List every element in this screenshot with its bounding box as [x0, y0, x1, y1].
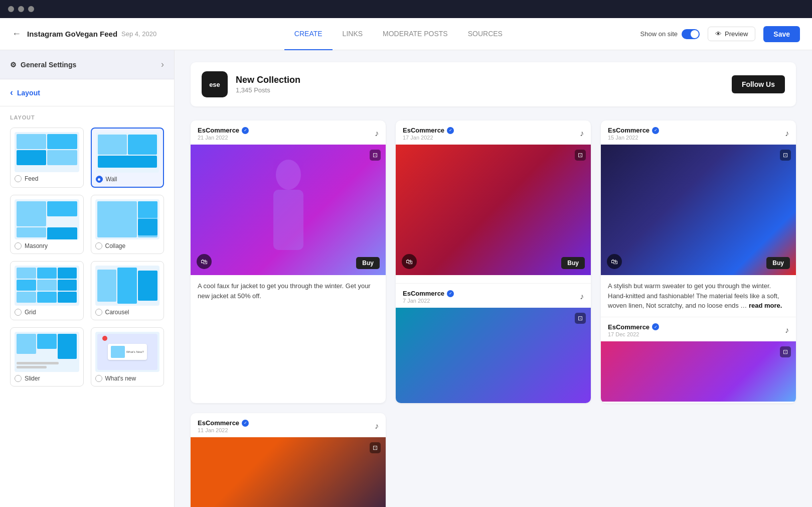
main-nav: CREATE LINKS MODERATE POSTS SOURCES [284, 18, 513, 50]
carousel-thumb [95, 266, 160, 306]
feed-date: Sep 4, 2020 [121, 30, 156, 38]
layout-option-wall[interactable]: Wall [91, 128, 165, 188]
nav-moderate[interactable]: MODERATE POSTS [373, 18, 458, 50]
post-verified-3: ✓ [652, 127, 659, 134]
window-control-maximize[interactable] [28, 6, 34, 12]
post-author-3: EsCommerce ✓ 15 Jan 2022 [608, 126, 659, 141]
buy-button-1[interactable]: Buy [356, 257, 380, 269]
post-author-name-3: EsCommerce [608, 126, 649, 134]
whatsnew-radio [95, 375, 102, 382]
carousel-radio [95, 309, 102, 316]
slider-radio [15, 375, 22, 382]
post-image-3b[interactable]: ⊡ [601, 341, 796, 402]
layout-option-carousel[interactable]: Carousel [91, 261, 165, 320]
post-author-2: EsCommerce ✓ 17 Jan 2022 [403, 126, 454, 141]
grid-label: Grid [25, 309, 36, 316]
slider-label: Slider [25, 375, 40, 382]
post-image-1[interactable]: ⊡ 🛍 Buy [191, 145, 386, 275]
post-desc-3: A stylish but warm sweater to get you th… [601, 275, 796, 317]
collage-label: Collage [105, 242, 126, 249]
post-platform-4: ♪ [375, 422, 379, 431]
follow-button[interactable]: Follow Us [732, 75, 785, 93]
post-date-1: 21 Jan 2022 [198, 135, 249, 141]
layout-option-slider[interactable]: Slider [10, 327, 84, 387]
profile-name: New Collection [236, 75, 724, 85]
post-image-2b[interactable]: ⊡ [396, 308, 591, 403]
window-control-minimize[interactable] [18, 6, 24, 12]
post-header-3: EsCommerce ✓ 15 Jan 2022 ♪ [601, 120, 796, 145]
camera-icon-3: ⊡ [780, 150, 791, 161]
post-image-3[interactable]: ⊡ Buy 🛍 [601, 145, 796, 275]
toggle-knob [691, 30, 699, 38]
layout-option-collage[interactable]: Collage [91, 195, 165, 254]
wall-label: Wall [106, 176, 117, 183]
camera-icon-2: ⊡ [575, 150, 586, 161]
save-button[interactable]: Save [763, 26, 800, 42]
slider-thumb [15, 332, 79, 372]
read-more-3[interactable]: read more. [749, 302, 782, 309]
feed-thumb [15, 132, 79, 172]
collage-thumb [95, 199, 160, 239]
post-date-2b: 7 Jan 2022 [403, 298, 454, 304]
bag-icon-2: 🛍 [402, 254, 417, 269]
whatsnew-label: What's new [105, 375, 136, 382]
nav-links[interactable]: LINKS [333, 18, 373, 50]
chevron-left-icon: ‹ [10, 87, 13, 98]
layout-option-masonry[interactable]: Masonry [10, 195, 84, 254]
show-on-site-label: Show on site [640, 30, 678, 38]
post-card-3: EsCommerce ✓ 15 Jan 2022 ♪ ⊡ Buy 🛍 A sty… [601, 120, 796, 403]
layout-option-feed[interactable]: Feed [10, 128, 84, 188]
post-author-4: EsCommerce ✓ 11 Jan 2022 [198, 419, 249, 433]
post-card-2: EsCommerce ✓ 17 Jan 2022 ♪ ⊡ 🛍 Buy [396, 120, 591, 403]
profile-avatar: ese [202, 71, 228, 97]
preview-button[interactable]: 👁 Preview [708, 27, 755, 41]
show-on-site-toggle[interactable] [682, 29, 700, 39]
whatsnew-thumb: What's New? [95, 332, 160, 372]
app-header: Instagram GoVegan Feed Sep 4, 2020 CREAT… [0, 18, 812, 50]
post-date-3b: 17 Dec 2022 [608, 331, 659, 337]
nav-create[interactable]: CREATE [284, 18, 333, 50]
post-card-3b: EsCommerce ✓ 17 Dec 2022 ♪ ⊡ [601, 317, 796, 402]
bag-icon-3: 🛍 [607, 254, 622, 269]
carousel-label: Carousel [105, 309, 129, 316]
post-author-name-2: EsCommerce [403, 126, 444, 134]
post-header-4: EsCommerce ✓ 11 Jan 2022 ♪ [191, 413, 386, 437]
post-header-1: EsCommerce ✓ 21 Jan 2022 ♪ [191, 120, 386, 145]
general-settings-section[interactable]: ⚙ General Settings › [0, 50, 174, 79]
wall-thumb [96, 133, 159, 173]
post-platform-1: ♪ [375, 129, 379, 138]
layout-options: LAYOUT Feed [0, 106, 174, 395]
post-image-2[interactable]: ⊡ 🛍 Buy [396, 145, 591, 275]
layout-option-whatsnew[interactable]: What's New? What's new [91, 327, 165, 387]
post-author-name-2b: EsCommerce [403, 290, 444, 297]
main-layout: ⚙ General Settings › ‹ Layout LAYOUT [0, 50, 812, 507]
post-verified-2: ✓ [447, 127, 454, 134]
camera-icon-1: ⊡ [370, 150, 381, 161]
camera-icon-3b: ⊡ [780, 346, 791, 357]
post-date-4: 11 Jan 2022 [198, 427, 249, 433]
layout-section-header[interactable]: ‹ Layout [0, 79, 174, 106]
post-platform-2b: ♪ [580, 292, 584, 301]
grid-thumb [15, 266, 79, 306]
window-control-close[interactable] [8, 6, 14, 12]
post-header-2: EsCommerce ✓ 17 Jan 2022 ♪ [396, 120, 591, 145]
post-image-4[interactable]: ⊡ [191, 437, 386, 507]
back-button[interactable] [12, 29, 21, 39]
svg-rect-1 [273, 190, 303, 250]
chevron-right-icon: › [161, 59, 164, 70]
feed-radio [15, 175, 22, 182]
masonry-thumb [15, 199, 79, 239]
layout-option-grid[interactable]: Grid [10, 261, 84, 320]
nav-sources[interactable]: SOURCES [458, 18, 513, 50]
feed-label: Feed [25, 175, 38, 182]
buy-button-3[interactable]: Buy [766, 257, 790, 269]
profile-posts: 1,345 Posts [236, 86, 724, 94]
post-author-1: EsCommerce ✓ 21 Jan 2022 [198, 126, 249, 141]
wall-radio [96, 176, 103, 183]
eye-icon: 👁 [715, 30, 722, 38]
camera-icon-2b: ⊡ [575, 313, 586, 324]
svg-point-0 [276, 160, 301, 190]
buy-button-2[interactable]: Buy [561, 257, 585, 269]
gear-icon: ⚙ [10, 61, 17, 69]
post-date-2: 17 Jan 2022 [403, 135, 454, 141]
